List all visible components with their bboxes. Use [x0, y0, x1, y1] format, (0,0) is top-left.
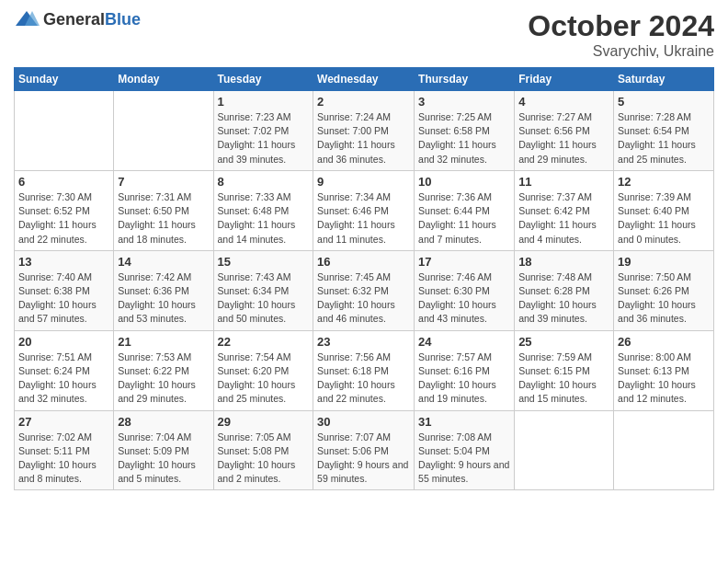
table-row: 21 Sunrise: 7:53 AMSunset: 6:22 PMDaylig… — [114, 330, 213, 410]
day-info: Sunrise: 7:54 AMSunset: 6:20 PMDaylight:… — [218, 351, 296, 405]
page-header: GeneralBlue October 2024 Svarychiv, Ukra… — [14, 9, 714, 60]
generalblue-logo-icon — [14, 9, 40, 29]
day-number: 21 — [118, 335, 209, 349]
table-row: 31 Sunrise: 7:08 AMSunset: 5:04 PMDaylig… — [415, 410, 515, 490]
day-number: 12 — [618, 175, 710, 189]
table-row: 19 Sunrise: 7:50 AMSunset: 6:26 PMDaylig… — [614, 250, 714, 330]
day-number: 27 — [18, 415, 109, 429]
table-row: 24 Sunrise: 7:57 AMSunset: 6:16 PMDaylig… — [415, 330, 515, 410]
day-info: Sunrise: 7:43 AMSunset: 6:34 PMDaylight:… — [218, 271, 296, 325]
day-number: 18 — [518, 255, 609, 269]
day-info: Sunrise: 7:37 AMSunset: 6:42 PMDaylight:… — [518, 191, 597, 245]
day-number: 9 — [317, 175, 410, 189]
table-row: 23 Sunrise: 7:56 AMSunset: 6:18 PMDaylig… — [313, 330, 415, 410]
day-number: 24 — [418, 335, 510, 349]
table-row: 2 Sunrise: 7:24 AMSunset: 7:00 PMDayligh… — [313, 91, 415, 171]
day-number: 13 — [18, 255, 109, 269]
day-number: 10 — [418, 175, 510, 189]
day-number: 23 — [317, 335, 410, 349]
week-row-2: 6 Sunrise: 7:30 AMSunset: 6:52 PMDayligh… — [15, 170, 714, 250]
day-info: Sunrise: 7:25 AMSunset: 6:58 PMDaylight:… — [418, 111, 496, 165]
day-info: Sunrise: 7:59 AMSunset: 6:15 PMDaylight:… — [518, 351, 597, 405]
day-info: Sunrise: 7:30 AMSunset: 6:52 PMDaylight:… — [18, 191, 97, 245]
day-info: Sunrise: 8:00 AMSunset: 6:13 PMDaylight:… — [618, 351, 696, 405]
day-info: Sunrise: 7:28 AMSunset: 6:54 PMDaylight:… — [618, 111, 696, 165]
day-number: 16 — [317, 255, 410, 269]
table-row: 5 Sunrise: 7:28 AMSunset: 6:54 PMDayligh… — [614, 91, 714, 171]
day-info: Sunrise: 7:23 AMSunset: 7:02 PMDaylight:… — [218, 111, 296, 165]
day-number: 5 — [618, 95, 710, 109]
day-number: 30 — [317, 415, 410, 429]
day-info: Sunrise: 7:57 AMSunset: 6:16 PMDaylight:… — [418, 351, 496, 405]
day-info: Sunrise: 7:48 AMSunset: 6:28 PMDaylight:… — [518, 271, 597, 325]
day-number: 7 — [118, 175, 209, 189]
table-row: 16 Sunrise: 7:45 AMSunset: 6:32 PMDaylig… — [313, 250, 415, 330]
day-info: Sunrise: 7:05 AMSunset: 5:08 PMDaylight:… — [218, 431, 296, 485]
table-row — [614, 410, 714, 490]
day-info: Sunrise: 7:36 AMSunset: 6:44 PMDaylight:… — [418, 191, 496, 245]
day-info: Sunrise: 7:31 AMSunset: 6:50 PMDaylight:… — [118, 191, 196, 245]
day-info: Sunrise: 7:08 AMSunset: 5:04 PMDaylight:… — [418, 431, 509, 485]
header-tuesday: Tuesday — [213, 68, 313, 91]
day-info: Sunrise: 7:24 AMSunset: 7:00 PMDaylight:… — [317, 111, 395, 165]
day-info: Sunrise: 7:51 AMSunset: 6:24 PMDaylight:… — [18, 351, 97, 405]
day-info: Sunrise: 7:04 AMSunset: 5:09 PMDaylight:… — [118, 431, 196, 485]
day-number: 29 — [218, 415, 310, 429]
day-info: Sunrise: 7:50 AMSunset: 6:26 PMDaylight:… — [618, 271, 696, 325]
table-row: 20 Sunrise: 7:51 AMSunset: 6:24 PMDaylig… — [15, 330, 114, 410]
table-row: 3 Sunrise: 7:25 AMSunset: 6:58 PMDayligh… — [415, 91, 515, 171]
day-number: 1 — [218, 95, 310, 109]
logo: GeneralBlue — [14, 9, 141, 29]
table-row: 1 Sunrise: 7:23 AMSunset: 7:02 PMDayligh… — [213, 91, 313, 171]
day-number: 2 — [317, 95, 410, 109]
table-row: 7 Sunrise: 7:31 AMSunset: 6:50 PMDayligh… — [114, 170, 213, 250]
day-info: Sunrise: 7:46 AMSunset: 6:30 PMDaylight:… — [418, 271, 496, 325]
month-title: October 2024 — [528, 9, 714, 43]
table-row: 12 Sunrise: 7:39 AMSunset: 6:40 PMDaylig… — [614, 170, 714, 250]
day-number: 17 — [418, 255, 510, 269]
logo-text: GeneralBlue — [43, 10, 141, 29]
day-info: Sunrise: 7:33 AMSunset: 6:48 PMDaylight:… — [218, 191, 296, 245]
location-title: Svarychiv, Ukraine — [528, 43, 714, 60]
table-row — [15, 91, 114, 171]
table-row — [114, 91, 213, 171]
table-row: 30 Sunrise: 7:07 AMSunset: 5:06 PMDaylig… — [313, 410, 415, 490]
day-number: 11 — [518, 175, 609, 189]
header-friday: Friday — [515, 68, 614, 91]
day-number: 20 — [18, 335, 109, 349]
week-row-4: 20 Sunrise: 7:51 AMSunset: 6:24 PMDaylig… — [15, 330, 714, 410]
day-info: Sunrise: 7:02 AMSunset: 5:11 PMDaylight:… — [18, 431, 97, 485]
day-number: 26 — [618, 335, 710, 349]
week-row-5: 27 Sunrise: 7:02 AMSunset: 5:11 PMDaylig… — [15, 410, 714, 490]
table-row: 27 Sunrise: 7:02 AMSunset: 5:11 PMDaylig… — [15, 410, 114, 490]
table-row: 9 Sunrise: 7:34 AMSunset: 6:46 PMDayligh… — [313, 170, 415, 250]
day-number: 8 — [218, 175, 310, 189]
table-row: 29 Sunrise: 7:05 AMSunset: 5:08 PMDaylig… — [213, 410, 313, 490]
day-number: 3 — [418, 95, 510, 109]
day-info: Sunrise: 7:42 AMSunset: 6:36 PMDaylight:… — [118, 271, 196, 325]
header-sunday: Sunday — [15, 68, 114, 91]
calendar-header-row: Sunday Monday Tuesday Wednesday Thursday… — [15, 68, 714, 91]
month-title-area: October 2024 Svarychiv, Ukraine — [528, 9, 714, 60]
day-number: 19 — [618, 255, 710, 269]
table-row: 18 Sunrise: 7:48 AMSunset: 6:28 PMDaylig… — [515, 250, 614, 330]
day-info: Sunrise: 7:53 AMSunset: 6:22 PMDaylight:… — [118, 351, 196, 405]
day-info: Sunrise: 7:07 AMSunset: 5:06 PMDaylight:… — [317, 431, 408, 485]
header-saturday: Saturday — [614, 68, 714, 91]
day-number: 6 — [18, 175, 109, 189]
table-row: 26 Sunrise: 8:00 AMSunset: 6:13 PMDaylig… — [614, 330, 714, 410]
day-info: Sunrise: 7:45 AMSunset: 6:32 PMDaylight:… — [317, 271, 395, 325]
day-number: 25 — [518, 335, 609, 349]
table-row: 28 Sunrise: 7:04 AMSunset: 5:09 PMDaylig… — [114, 410, 213, 490]
day-info: Sunrise: 7:40 AMSunset: 6:38 PMDaylight:… — [18, 271, 97, 325]
header-thursday: Thursday — [415, 68, 515, 91]
day-number: 4 — [518, 95, 609, 109]
table-row: 17 Sunrise: 7:46 AMSunset: 6:30 PMDaylig… — [415, 250, 515, 330]
table-row: 11 Sunrise: 7:37 AMSunset: 6:42 PMDaylig… — [515, 170, 614, 250]
table-row: 13 Sunrise: 7:40 AMSunset: 6:38 PMDaylig… — [15, 250, 114, 330]
day-number: 31 — [418, 415, 510, 429]
header-wednesday: Wednesday — [313, 68, 415, 91]
header-monday: Monday — [114, 68, 213, 91]
day-number: 15 — [218, 255, 310, 269]
table-row: 14 Sunrise: 7:42 AMSunset: 6:36 PMDaylig… — [114, 250, 213, 330]
